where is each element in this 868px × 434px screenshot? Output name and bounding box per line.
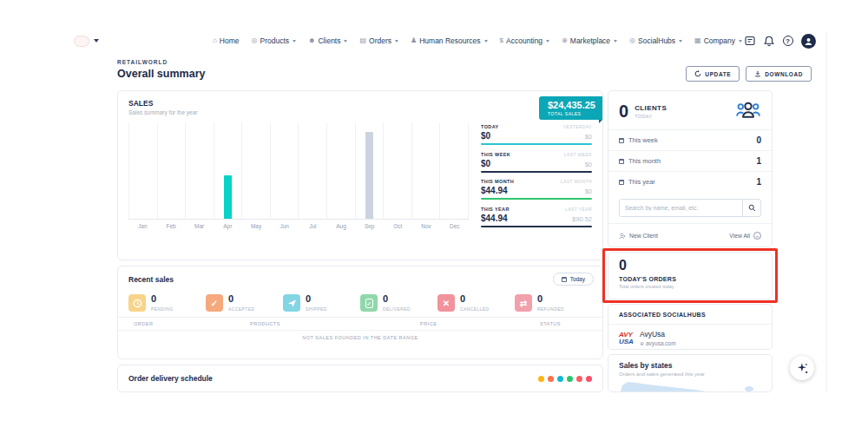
nav-item-products[interactable]: Products bbox=[252, 36, 297, 45]
sparkle-icon bbox=[796, 362, 809, 375]
repeat-icon: ⇄ bbox=[515, 294, 532, 312]
clients-count: 0 bbox=[619, 102, 628, 120]
people-group-icon bbox=[735, 100, 761, 122]
x-axis-tick: Dec bbox=[440, 223, 469, 229]
stat-value: $44.94 bbox=[481, 214, 508, 223]
help-icon[interactable]: ? bbox=[782, 36, 793, 47]
stat-this-year: THIS YEARLAST YEAR $44.94$90.52 bbox=[481, 207, 592, 227]
calendar-icon bbox=[562, 277, 567, 282]
nav-item-company[interactable]: Company bbox=[694, 36, 742, 45]
stat-value: $44.94 bbox=[481, 186, 508, 195]
stat-label: THIS YEAR bbox=[481, 207, 510, 212]
bell-icon[interactable] bbox=[763, 36, 774, 47]
stat-today: TODAYYESTERDAY $0$0 bbox=[481, 124, 592, 145]
tile-count: 0 bbox=[460, 294, 490, 304]
clients-subtitle: TODAY bbox=[635, 114, 667, 119]
clients-card: 0 CLIENTS TODAY This week 0 bbox=[608, 90, 773, 247]
x-icon: ✕ bbox=[437, 294, 455, 312]
x-axis-tick: Sep bbox=[355, 223, 384, 229]
update-button[interactable]: UPDATE bbox=[686, 66, 740, 82]
chart-column-sep bbox=[355, 122, 384, 219]
nav-item-home[interactable]: Home bbox=[213, 36, 240, 45]
x-axis-tick: Aug bbox=[327, 223, 356, 229]
stat-value: $0 bbox=[481, 131, 490, 141]
breadcrumb: RETAILWORLD bbox=[117, 59, 812, 65]
today-filter-button[interactable]: Today bbox=[553, 273, 594, 286]
us-map-partial bbox=[619, 378, 763, 391]
nav-item-human-resources[interactable]: Human Resources bbox=[411, 36, 488, 45]
x-axis-tick: Jan bbox=[128, 223, 157, 229]
tile-delivered: ✓ 0DELIVERED bbox=[360, 294, 437, 312]
socialhub-name: AvyUsa bbox=[640, 330, 676, 339]
delivery-schedule-card: Order delivery schedule bbox=[117, 365, 603, 392]
legend-dot bbox=[548, 376, 554, 382]
empty-table-message: NOT SALES FOUNDED IN THE DATE RANGE bbox=[118, 331, 602, 340]
sales-table-header: ORDER PRODUCTS PRICE STATUS bbox=[118, 317, 602, 331]
stat-underline bbox=[481, 198, 592, 200]
chart-column-nov bbox=[411, 122, 440, 219]
calendar-icon bbox=[619, 138, 624, 143]
globe-icon: ⊕ bbox=[640, 340, 644, 346]
company-icon bbox=[694, 37, 701, 44]
col-products: PRODUCTS bbox=[250, 321, 280, 326]
tile-refunded: ⇄ 0REFUNDED bbox=[515, 294, 592, 312]
row-label: This month bbox=[628, 157, 661, 165]
clients-row-year: This year 1 bbox=[608, 171, 772, 192]
stat-label: THIS MONTH bbox=[481, 179, 514, 184]
bar-apr bbox=[224, 175, 232, 219]
monitor-icon bbox=[213, 37, 217, 44]
chart-column-dec bbox=[439, 122, 469, 219]
sales-subtitle: Sales summary for the year bbox=[128, 109, 592, 115]
nav-item-orders[interactable]: Orders bbox=[359, 36, 398, 45]
avatar[interactable] bbox=[801, 34, 816, 49]
row-value: 1 bbox=[756, 177, 761, 187]
chart-column-apr bbox=[214, 122, 242, 219]
tile-count: 0 bbox=[228, 294, 254, 304]
nav-item-clients[interactable]: Clients bbox=[308, 36, 347, 45]
socialhub-item[interactable]: AVY USA AvyUsa ⊕avyusa.com bbox=[608, 324, 772, 352]
stat-label: THIS WEEK bbox=[481, 152, 510, 157]
stat-compare-label: LAST YEAR bbox=[565, 207, 592, 212]
download-icon bbox=[754, 70, 761, 77]
topbar-actions: ? bbox=[744, 31, 816, 50]
chart-column-feb bbox=[157, 122, 186, 219]
chart-column-jan bbox=[128, 122, 157, 219]
sales-by-states-title: Sales by states bbox=[608, 355, 772, 370]
new-client-button[interactable]: New Client bbox=[619, 233, 658, 240]
search-button[interactable] bbox=[742, 200, 760, 216]
col-price: PRICE bbox=[420, 321, 437, 326]
row-value: 0 bbox=[756, 135, 761, 145]
nav-item-socialhubs[interactable]: SocialHubs bbox=[629, 36, 682, 45]
download-button[interactable]: DOWNLOAD bbox=[746, 66, 812, 82]
avyusa-logo: AVY USA bbox=[619, 332, 634, 345]
top-navbar: Home Products Clients Orders Human Resou… bbox=[74, 31, 826, 50]
assistant-fab[interactable] bbox=[790, 356, 814, 380]
x-axis-tick: May bbox=[242, 223, 271, 229]
view-all-link[interactable]: View All » bbox=[729, 232, 761, 240]
sales-chart-plot bbox=[128, 122, 469, 220]
chevron-down-icon bbox=[739, 40, 742, 43]
nav-item-marketplace[interactable]: Marketplace bbox=[562, 36, 617, 45]
bar-sep bbox=[365, 132, 373, 219]
status-legend-dots bbox=[538, 376, 592, 382]
question-mark: ? bbox=[783, 36, 793, 46]
nav-label: Marketplace bbox=[570, 36, 610, 45]
app-logo-menu[interactable] bbox=[74, 36, 99, 47]
send-icon bbox=[283, 294, 300, 312]
logo-line-2: USA bbox=[619, 339, 634, 345]
recent-sales-title: Recent sales bbox=[128, 275, 174, 284]
chevron-down-icon bbox=[344, 40, 347, 43]
chart-column-jun bbox=[270, 122, 299, 219]
tile-label: REFUNDED bbox=[537, 306, 564, 312]
chart-column-aug bbox=[326, 122, 355, 219]
legend-dot bbox=[586, 376, 592, 382]
main-nav: Home Products Clients Orders Human Resou… bbox=[213, 31, 742, 50]
nav-item-accounting[interactable]: Accounting bbox=[500, 36, 550, 45]
client-search-input[interactable] bbox=[620, 200, 742, 216]
socialhub-domain[interactable]: ⊕avyusa.com bbox=[640, 340, 676, 346]
marketplace-icon bbox=[562, 37, 568, 44]
search-icon bbox=[748, 204, 756, 212]
clients-row-month: This month 1 bbox=[608, 150, 772, 171]
notes-icon[interactable] bbox=[744, 36, 755, 47]
chart-column-oct bbox=[383, 122, 411, 219]
